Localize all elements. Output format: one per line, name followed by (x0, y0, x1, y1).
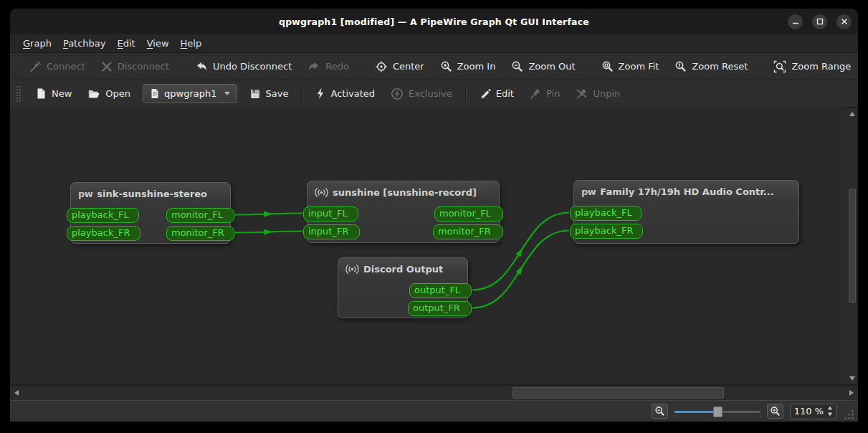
vertical-scrollbar[interactable] (846, 108, 858, 385)
menu-help[interactable]: Help (175, 37, 208, 50)
zoom-in-button[interactable]: Zoom In (434, 57, 502, 77)
status-bar: 110 % (10, 400, 858, 422)
graph-port[interactable]: playback_FR (570, 224, 643, 239)
unpin-button[interactable]: Unpin (570, 84, 626, 104)
spin-down-icon (828, 413, 832, 417)
exclusive-bolt-icon (391, 87, 404, 100)
zoom-out-small-button[interactable] (652, 404, 668, 419)
node-title: Discord Output (363, 264, 443, 275)
graph-port[interactable]: playback_FL (67, 208, 139, 223)
graph-node[interactable]: pwFamily 17h/19h HD Audio Contr...playba… (573, 180, 799, 244)
connect-button[interactable]: Connect (24, 57, 91, 77)
close-button[interactable] (836, 14, 852, 29)
horizontal-scrollbar[interactable] (10, 385, 858, 400)
window-titlebar[interactable]: qpwgraph1 [modified] — A PipeWire Graph … (10, 9, 858, 34)
graph-port[interactable]: playback_FR (67, 226, 140, 241)
window-resize-grip[interactable] (844, 409, 854, 419)
node-title: sunshine [sunshine-record] (333, 187, 477, 198)
graph-port[interactable]: input_FR (303, 224, 360, 239)
patchbay-selector-dropdown[interactable]: qpwgraph1 (143, 84, 237, 103)
maximize-icon (816, 18, 824, 25)
open-button[interactable]: Open (82, 84, 136, 104)
graph-port[interactable]: monitor_FR (166, 226, 234, 241)
zoom-slider-handle[interactable] (713, 406, 722, 417)
menu-patchbay[interactable]: Patchbay (57, 37, 112, 50)
center-button[interactable]: Center (369, 57, 430, 77)
graph-port[interactable]: monitor_FL (166, 208, 234, 223)
menu-graph[interactable]: Graph (17, 37, 57, 50)
graph-canvas[interactable]: pwsink-sunshine-stereoplayback_FLplaybac… (10, 108, 846, 385)
graph-node[interactable]: pwsink-sunshine-stereoplayback_FLplaybac… (70, 182, 231, 244)
zoom-fit-button[interactable]: Zoom Fit (596, 57, 665, 77)
undo-disconnect-button[interactable]: Undo Disconnect (189, 57, 297, 77)
graph-port[interactable]: playback_FL (570, 206, 642, 221)
horizontal-scroll-thumb[interactable] (512, 387, 724, 399)
node-header: sunshine [sunshine-record] (307, 181, 499, 198)
activated-button[interactable]: Activated (310, 84, 381, 104)
center-icon (375, 60, 388, 73)
connection-wire[interactable] (235, 214, 302, 215)
unpin-icon (576, 88, 588, 100)
node-title: sink-sunshine-stereo (97, 189, 207, 199)
minimize-icon (792, 18, 799, 25)
redo-button[interactable]: Redo (302, 57, 355, 77)
edit-button[interactable]: Edit (474, 84, 520, 104)
minimize-button[interactable] (788, 14, 803, 29)
vertical-scroll-thumb[interactable] (849, 189, 856, 303)
graph-port[interactable]: input_FL (303, 206, 358, 222)
redo-icon (307, 61, 320, 72)
scroll-left-button[interactable] (10, 386, 23, 400)
zoom-out-button[interactable]: Zoom Out (505, 57, 581, 77)
spinbox-arrows[interactable] (827, 406, 834, 417)
menu-view[interactable]: View (141, 37, 175, 50)
close-icon (841, 18, 848, 25)
toolbar-drag-handle[interactable] (16, 85, 22, 103)
vertical-scroll-trough[interactable] (847, 120, 857, 373)
new-button[interactable]: New (29, 84, 77, 104)
disconnect-icon (101, 61, 113, 72)
connections-layer (11, 108, 846, 384)
zoom-slider-fill (674, 411, 717, 413)
horizontal-scroll-trough[interactable] (23, 386, 845, 400)
app-window: qpwgraph1 [modified] — A PipeWire Graph … (10, 9, 858, 422)
zoom-percent-spinbox[interactable]: 110 % (790, 404, 837, 419)
patchbay-file-icon (150, 88, 160, 99)
zoom-slider[interactable] (674, 405, 760, 418)
graph-node[interactable]: sunshine [sunshine-record]input_FLinput_… (307, 181, 500, 243)
broadcast-icon (315, 187, 328, 198)
graph-port[interactable]: output_FR (408, 301, 472, 316)
arrow-left-icon (14, 390, 19, 396)
zoom-reset-icon (674, 60, 687, 72)
node-title: Family 17h/19h HD Audio Contr... (600, 186, 773, 197)
graph-toolbar: Connect Disconnect Undo Disconnect Redo … (10, 53, 858, 80)
connection-wire[interactable] (235, 232, 302, 233)
disconnect-button[interactable]: Disconnect (95, 57, 175, 77)
menu-edit[interactable]: Edit (112, 37, 141, 50)
save-icon (249, 88, 261, 100)
slider-tick (760, 415, 760, 417)
zoom-reset-button[interactable]: Zoom Reset (669, 57, 753, 77)
maximize-button[interactable] (812, 14, 827, 29)
exclusive-button[interactable]: Exclusive (385, 84, 458, 104)
graph-node[interactable]: Discord Outputoutput_FLoutput_FR (338, 257, 468, 318)
scroll-up-button[interactable] (847, 108, 857, 120)
zoom-in-small-button[interactable] (767, 404, 783, 419)
zoom-range-button[interactable]: Zoom Range (768, 57, 857, 77)
window-title: qpwgraph1 [modified] — A PipeWire Graph … (279, 16, 589, 27)
scroll-right-button[interactable] (845, 386, 858, 400)
broadcast-icon (345, 264, 359, 275)
graph-port[interactable]: output_FL (409, 283, 472, 298)
graph-port[interactable]: monitor_FR (433, 224, 503, 239)
undo-icon (195, 61, 208, 72)
toolbar-separator (301, 85, 302, 103)
scroll-down-button[interactable] (847, 373, 857, 384)
save-button[interactable]: Save (244, 84, 295, 104)
arrow-right-icon (849, 390, 854, 396)
pipewire-icon: pw (78, 189, 92, 199)
graph-port[interactable]: monitor_FL (434, 206, 503, 222)
spin-up-icon (828, 406, 832, 410)
zoom-in-icon (440, 60, 452, 72)
node-header: Discord Output (338, 258, 467, 275)
arrow-up-icon (849, 112, 855, 116)
pin-button[interactable]: Pin (524, 84, 566, 104)
